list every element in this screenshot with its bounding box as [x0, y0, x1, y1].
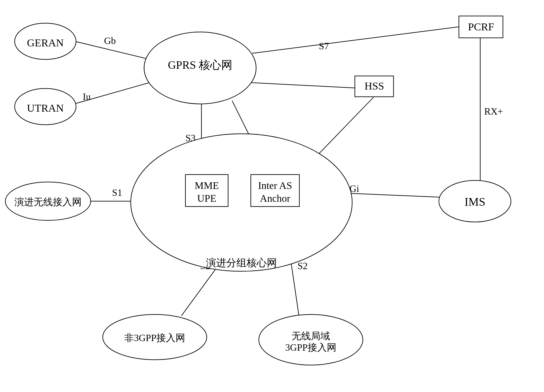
s1-label: S1 — [112, 187, 122, 198]
s7-label: S7 — [319, 41, 329, 51]
mme-label: MME — [195, 180, 219, 191]
inter-as-label-1: Inter AS — [258, 180, 292, 191]
wlan-3gpp-label-1: 无线局域 — [292, 331, 330, 341]
inter-as-label-2: Anchor — [260, 193, 290, 204]
wlan-3gpp-label-2: 3GPP接入网 — [285, 342, 336, 353]
evolved-core-node — [131, 134, 352, 271]
geran-label: GERAN — [27, 37, 64, 49]
iu-label: Iu — [83, 91, 91, 102]
evolved-core-label: 演进分组核心网 — [206, 257, 277, 268]
svg-line-4 — [252, 27, 460, 53]
utran-label: UTRAN — [27, 102, 64, 114]
rx-plus-label: RX+ — [484, 106, 503, 117]
gprs-label: GPRS 核心网 — [168, 59, 232, 71]
pcrf-label: PCRF — [468, 21, 494, 33]
svg-line-6 — [251, 83, 355, 88]
gb-label: Gb — [104, 35, 116, 46]
network-diagram: Gb Iu S3 S4 S7 RX+ S1 Gi S2 S2 GERAN UTR… — [0, 0, 544, 392]
upe-label: UPE — [197, 193, 216, 204]
hss-label: HSS — [364, 80, 384, 92]
s2-right-label: S2 — [297, 261, 308, 271]
ims-label: IMS — [464, 195, 485, 208]
evolved-wireless-label: 演进无线接入网 — [14, 197, 82, 207]
non-3gpp-label: 非3GPP接入网 — [124, 333, 185, 343]
